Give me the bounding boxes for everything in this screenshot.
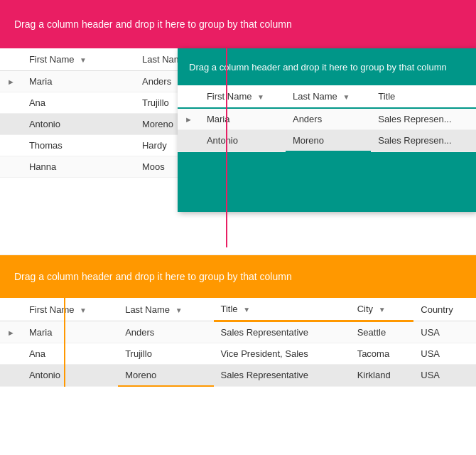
teal-cell-title: Sales Represen... bbox=[371, 108, 476, 130]
teal-table: First Name ▼ Last Name ▼ Title ► Maria A… bbox=[178, 85, 476, 152]
pink-line-indicator bbox=[226, 48, 227, 247]
orange-cell-firstname: Maria bbox=[22, 321, 118, 343]
expand-cell bbox=[0, 114, 22, 135]
orange-cell-city: Kirkland bbox=[350, 365, 414, 387]
orange-cell-title: Sales Representative bbox=[214, 365, 350, 387]
orange-cell-country: USA bbox=[413, 321, 476, 343]
teal-expand-cell bbox=[178, 130, 200, 152]
teal-sort-firstname: ▼ bbox=[257, 93, 264, 101]
teal-table-row: ► Maria Anders Sales Represen... bbox=[178, 108, 476, 130]
expand-cell bbox=[0, 92, 22, 114]
expand-cell[interactable]: ► bbox=[0, 71, 22, 92]
cell-firstname: Hanna bbox=[22, 156, 135, 178]
teal-expand-col bbox=[178, 85, 200, 108]
orange-drop-zone[interactable]: Drag a column header and drop it here to… bbox=[0, 255, 476, 298]
teal-cell-lastname: Anders bbox=[286, 108, 371, 130]
expand-col-header bbox=[0, 48, 22, 71]
orange-col-firstname[interactable]: First Name ▼ bbox=[22, 298, 118, 321]
orange-sort-lastname: ▼ bbox=[175, 306, 183, 314]
top-drop-zone[interactable]: Drag a column header and drop it here to… bbox=[0, 0, 476, 48]
orange-col-lastname[interactable]: Last Name ▼ bbox=[118, 298, 213, 321]
orange-cell-lastname: Anders bbox=[118, 321, 213, 343]
teal-col-lastname[interactable]: Last Name ▼ bbox=[286, 85, 371, 108]
expand-cell bbox=[0, 135, 22, 156]
orange-expand-col bbox=[0, 298, 22, 321]
teal-drop-zone[interactable]: Drag a column header and drop it here to… bbox=[178, 48, 476, 85]
teal-cell-firstname: Antonio bbox=[200, 130, 286, 152]
orange-table-row: ► Maria Anders Sales Representative Seat… bbox=[0, 321, 476, 343]
teal-expand-icon[interactable]: ► bbox=[185, 115, 193, 124]
teal-col-title[interactable]: Title bbox=[371, 85, 476, 108]
top-drop-zone-text: Drag a column header and drop it here to… bbox=[14, 18, 292, 30]
orange-cell-country: USA bbox=[413, 365, 476, 387]
orange-drop-zone-text: Drag a column header and drop it here to… bbox=[14, 271, 292, 282]
orange-expand-icon[interactable]: ► bbox=[7, 328, 15, 337]
orange-line-indicator bbox=[64, 298, 65, 387]
orange-cell-lastname: Moreno bbox=[118, 365, 213, 387]
orange-table-row: Ana Trujillo Vice President, Sales Tacom… bbox=[0, 343, 476, 365]
orange-cell-firstname: Ana bbox=[22, 343, 118, 365]
cell-firstname: Maria bbox=[22, 71, 135, 92]
expand-cell bbox=[0, 156, 22, 178]
orange-cell-lastname: Trujillo bbox=[118, 343, 213, 365]
orange-sort-title: ▼ bbox=[243, 306, 250, 314]
sort-icon-firstname: ▼ bbox=[80, 56, 87, 64]
cell-firstname: Antonio bbox=[22, 114, 135, 135]
orange-cell-title: Sales Representative bbox=[214, 321, 350, 343]
orange-table-row: Antonio Moreno Sales Representative Kirk… bbox=[0, 365, 476, 387]
expand-icon[interactable]: ► bbox=[7, 77, 15, 86]
orange-table: First Name ▼ Last Name ▼ Title ▼ City ▼ … bbox=[0, 298, 476, 387]
orange-sort-city: ▼ bbox=[379, 306, 386, 314]
teal-sort-lastname: ▼ bbox=[342, 93, 350, 101]
teal-cell-firstname: Maria bbox=[200, 108, 286, 130]
teal-col-firstname[interactable]: First Name ▼ bbox=[200, 85, 286, 108]
cell-firstname: Thomas bbox=[22, 135, 135, 156]
orange-col-city[interactable]: City ▼ bbox=[350, 298, 414, 321]
teal-expand-cell[interactable]: ► bbox=[178, 108, 200, 130]
teal-table-row: Antonio Moreno Sales Represen... bbox=[178, 130, 476, 152]
orange-col-country[interactable]: Country bbox=[413, 298, 476, 321]
orange-expand-cell bbox=[0, 365, 22, 387]
cell-firstname: Ana bbox=[22, 92, 135, 114]
teal-cell-lastname: Moreno bbox=[286, 130, 371, 152]
orange-cell-city: Tacoma bbox=[350, 343, 414, 365]
orange-col-title[interactable]: Title ▼ bbox=[214, 298, 350, 321]
teal-drop-zone-text: Drag a column header and drop it here to… bbox=[189, 62, 447, 73]
orange-cell-city: Seattle bbox=[350, 321, 414, 343]
orange-panel: Drag a column header and drop it here to… bbox=[0, 255, 476, 455]
teal-cell-title: Sales Represen... bbox=[371, 130, 476, 152]
col-header-firstname[interactable]: First Name ▼ bbox=[22, 48, 135, 71]
orange-cell-country: USA bbox=[413, 343, 476, 365]
orange-cell-firstname: Antonio bbox=[22, 365, 118, 387]
orange-expand-cell bbox=[0, 343, 22, 365]
teal-panel: Drag a column header and drop it here to… bbox=[178, 48, 476, 212]
orange-sort-firstname: ▼ bbox=[80, 306, 87, 314]
orange-cell-title: Vice President, Sales bbox=[214, 343, 350, 365]
orange-expand-cell[interactable]: ► bbox=[0, 321, 22, 343]
